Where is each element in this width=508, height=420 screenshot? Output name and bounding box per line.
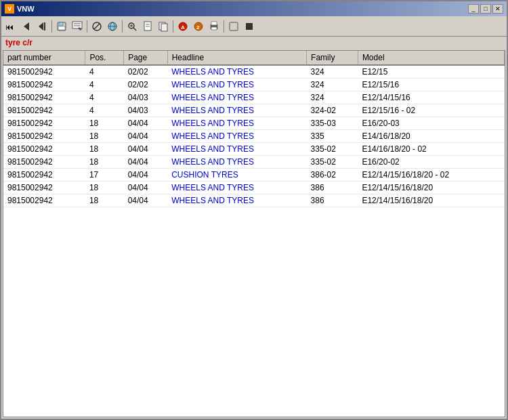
table-row[interactable]: 98150029421804/04WHEELS AND TYRES386E12/… xyxy=(3,182,505,194)
separator-3 xyxy=(122,20,123,33)
cell-pos: 18 xyxy=(85,130,124,143)
table-row[interactable]: 9815002942404/03WHEELS AND TYRES324-02E1… xyxy=(3,104,505,117)
globe-button[interactable] xyxy=(105,19,120,34)
table-header-row: part number Pos. Page Headline Family Mo… xyxy=(3,51,505,65)
cell-headline[interactable]: CUSHION TYRES xyxy=(167,169,306,182)
cell-headline[interactable]: WHEELS AND TYRES xyxy=(167,156,306,169)
separator-4 xyxy=(173,20,173,33)
cell-page: 04/04 xyxy=(124,143,168,156)
cell-model: E16/20-03 xyxy=(358,117,504,130)
cell-headline[interactable]: WHEELS AND TYRES xyxy=(167,130,306,143)
table-row[interactable]: 98150029421804/04WHEELS AND TYRES386E12/… xyxy=(3,194,505,207)
svg-line-16 xyxy=(133,28,136,30)
cell-pos: 18 xyxy=(85,143,124,156)
svg-rect-19 xyxy=(144,22,151,30)
col-header-family: Family xyxy=(307,51,358,65)
close-button[interactable]: ✕ xyxy=(492,4,503,14)
cell-headline[interactable]: WHEELS AND TYRES xyxy=(167,91,306,104)
cell-pos: 4 xyxy=(85,79,124,91)
cell-family: 386 xyxy=(307,182,358,194)
print-button[interactable] xyxy=(207,19,221,34)
prev2-button[interactable] xyxy=(35,19,49,34)
a2-button[interactable]: 2 xyxy=(191,19,206,34)
cell-part_number: 9815002942 xyxy=(3,194,85,207)
table-row[interactable]: 9815002942402/02WHEELS AND TYRES324E12/1… xyxy=(3,65,505,79)
data-table: part number Pos. Page Headline Family Mo… xyxy=(3,51,505,207)
no-button[interactable] xyxy=(89,19,104,34)
cell-headline[interactable]: WHEELS AND TYRES xyxy=(167,79,306,91)
cell-pos: 18 xyxy=(85,117,124,130)
cell-pos: 4 xyxy=(85,65,124,79)
app-icon-label: V xyxy=(7,5,12,12)
svg-rect-7 xyxy=(72,22,82,28)
cell-page: 04/03 xyxy=(124,91,168,104)
col-header-headline: Headline xyxy=(167,51,306,65)
col-header-model: Model xyxy=(358,51,504,65)
svg-rect-33 xyxy=(246,23,253,30)
separator-1 xyxy=(51,20,52,33)
cell-headline[interactable]: WHEELS AND TYRES xyxy=(167,143,306,156)
edit-button[interactable] xyxy=(70,19,85,34)
cell-headline[interactable]: WHEELS AND TYRES xyxy=(167,194,306,207)
cell-part_number: 9815002942 xyxy=(3,143,85,156)
title-bar: V VNW _ □ ✕ xyxy=(1,1,507,16)
cell-headline[interactable]: WHEELS AND TYRES xyxy=(167,117,306,130)
col-header-pos: Pos. xyxy=(85,51,124,65)
svg-point-31 xyxy=(216,25,217,26)
svg-rect-32 xyxy=(230,22,238,30)
cell-headline[interactable]: WHEELS AND TYRES xyxy=(167,104,306,117)
table-row[interactable]: 98150029421804/04WHEELS AND TYRES335-03E… xyxy=(3,117,505,130)
toolbar: ⏮ xyxy=(1,16,507,37)
cell-page: 04/04 xyxy=(124,117,168,130)
a1-button[interactable]: A xyxy=(175,19,190,34)
cell-model: E14/16/18/20 - 02 xyxy=(358,143,504,156)
window-controls: _ □ ✕ xyxy=(468,4,503,14)
cell-family: 335-02 xyxy=(307,156,358,169)
svg-rect-6 xyxy=(58,26,65,30)
cell-headline[interactable]: WHEELS AND TYRES xyxy=(167,65,306,79)
cell-family: 335 xyxy=(307,130,358,143)
action-button[interactable] xyxy=(226,19,241,34)
cell-family: 335-02 xyxy=(307,143,358,156)
minimize-button[interactable]: _ xyxy=(468,4,479,14)
table-row[interactable]: 98150029421804/04WHEELS AND TYRES335-02E… xyxy=(3,143,505,156)
title-bar-left: V VNW xyxy=(5,4,35,14)
svg-rect-5 xyxy=(59,22,63,26)
cell-family: 324 xyxy=(307,79,358,91)
first-button[interactable]: ⏮ xyxy=(3,19,18,34)
cell-page: 04/03 xyxy=(124,104,168,117)
save-button[interactable] xyxy=(54,19,69,34)
svg-text:⏮: ⏮ xyxy=(5,22,14,32)
zoom-button[interactable] xyxy=(125,19,140,34)
table-row[interactable]: 98150029421804/04WHEELS AND TYRES335E14/… xyxy=(3,130,505,143)
cell-headline[interactable]: WHEELS AND TYRES xyxy=(167,182,306,194)
table-row[interactable]: 9815002942402/02WHEELS AND TYRES324E12/1… xyxy=(3,79,505,91)
cell-part_number: 9815002942 xyxy=(3,65,85,79)
table-row[interactable]: 9815002942404/03WHEELS AND TYRES324E12/1… xyxy=(3,91,505,104)
cell-part_number: 9815002942 xyxy=(3,130,85,143)
cell-part_number: 9815002942 xyxy=(3,156,85,169)
svg-text:2: 2 xyxy=(196,24,200,30)
svg-text:A: A xyxy=(181,24,185,30)
prev-button[interactable] xyxy=(19,19,34,34)
filter-label: tyre c/r xyxy=(1,37,507,49)
cell-model: E16/20-02 xyxy=(358,156,504,169)
cell-model: E12/14/15/16/18/20 xyxy=(358,182,504,194)
maximize-button[interactable]: □ xyxy=(480,4,491,14)
cell-part_number: 9815002942 xyxy=(3,182,85,194)
cell-page: 04/04 xyxy=(124,130,168,143)
stop-button[interactable] xyxy=(242,19,257,34)
svg-rect-30 xyxy=(211,27,217,30)
cell-page: 04/04 xyxy=(124,182,168,194)
table-row[interactable]: 98150029421804/04WHEELS AND TYRES335-02E… xyxy=(3,156,505,169)
cell-page: 02/02 xyxy=(124,65,168,79)
page-button[interactable] xyxy=(140,19,155,34)
cell-page: 02/02 xyxy=(124,79,168,91)
svg-line-11 xyxy=(94,24,100,29)
cell-family: 386-02 xyxy=(307,169,358,182)
svg-marker-1 xyxy=(24,22,29,30)
table-container: part number Pos. Page Headline Family Mo… xyxy=(3,50,505,417)
page2-button[interactable] xyxy=(156,19,171,34)
table-row[interactable]: 98150029421704/04CUSHION TYRES386-02E12/… xyxy=(3,169,505,182)
cell-model: E14/16/18/20 xyxy=(358,130,504,143)
